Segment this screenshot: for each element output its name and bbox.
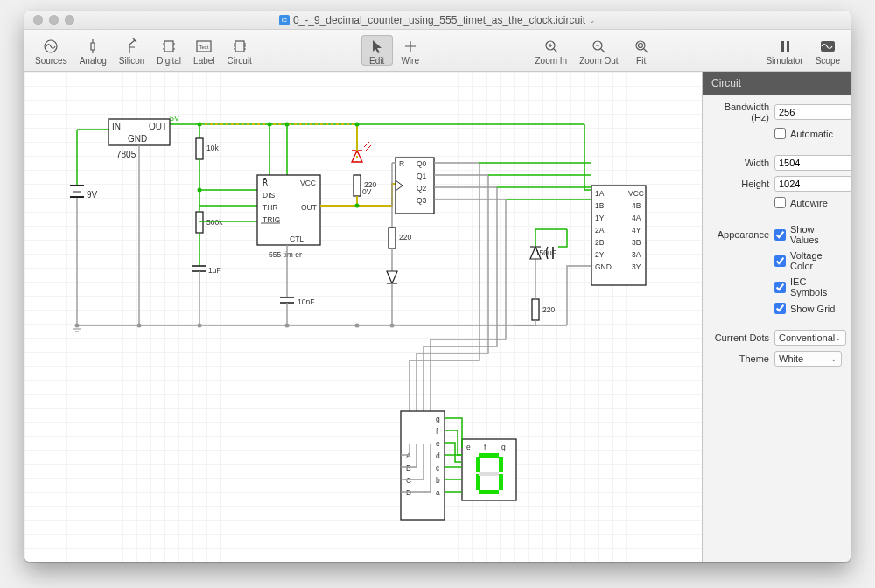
label-button[interactable]: Text Label [188, 35, 220, 66]
svg-text:GND: GND [128, 134, 147, 144]
capacitor-10nF[interactable]: 10nF [280, 298, 314, 306]
svg-text:CTL: CTL [290, 234, 304, 243]
svg-text:9V: 9V [87, 190, 98, 200]
scope-button[interactable]: Scope [810, 35, 845, 66]
svg-text:C: C [406, 476, 411, 485]
height-input[interactable] [774, 176, 850, 192]
svg-text:TRIG: TRIG [262, 215, 280, 224]
ic-bcd-decoder[interactable]: g f e d A c B b C a D [401, 411, 444, 520]
titlebar: ic 0_-_9_decimal_counter_using_555_timet… [24, 10, 850, 30]
svg-text:220: 220 [542, 305, 555, 314]
svg-text:A: A [406, 452, 411, 460]
sources-button[interactable]: Sources [30, 35, 73, 66]
chevron-down-icon[interactable]: ⌄ [589, 16, 596, 24]
svg-text:7805: 7805 [116, 150, 136, 159]
svg-text:220: 220 [364, 180, 376, 189]
svg-text:IN: IN [112, 122, 121, 131]
wire-button[interactable]: Wire [395, 35, 426, 66]
resistor-220c[interactable]: 220 [532, 299, 555, 320]
svg-text:VCC: VCC [300, 178, 316, 187]
svg-rect-9 [787, 41, 789, 52]
svg-text:2A: 2A [595, 226, 605, 234]
svg-text:1B: 1B [595, 201, 605, 210]
inspector-sidebar: Circuit Bandwidth (Hz) Automatic Width ▴… [702, 72, 850, 562]
svg-text:10nF: 10nF [298, 298, 314, 306]
capacitor-1uF[interactable]: 1uF [192, 266, 221, 275]
circuit-icon [230, 37, 249, 56]
svg-text:DIS: DIS [262, 191, 276, 200]
svg-text:1Y: 1Y [595, 214, 605, 222]
show-values-checkbox[interactable] [774, 229, 786, 241]
svg-text:4A: 4A [632, 214, 641, 222]
svg-rect-10 [821, 41, 835, 52]
theme-select[interactable]: White [774, 351, 842, 367]
ground-symbol [74, 329, 80, 332]
circuit-button[interactable]: Circuit [222, 35, 257, 66]
edit-button[interactable]: Edit [361, 35, 393, 66]
svg-point-7 [636, 41, 645, 50]
resistor-10k[interactable]: 10k [196, 138, 219, 159]
simulator-button[interactable]: Simulator [760, 35, 808, 66]
svg-text:e: e [436, 439, 440, 448]
width-input[interactable] [774, 155, 850, 171]
circuit-canvas[interactable]: 9V IN OUT GND 7805 [24, 72, 702, 562]
svg-text:220: 220 [399, 233, 411, 242]
svg-rect-35 [196, 212, 203, 233]
bandwidth-label: Bandwidth (Hz) [711, 102, 769, 122]
analog-button[interactable]: Analog [74, 35, 112, 66]
svg-rect-113 [480, 472, 499, 476]
zoom-out-button[interactable]: Zoom Out [574, 35, 623, 66]
seven-segment-display[interactable]: e f g [462, 439, 516, 500]
ic-logic-mux[interactable]: 1A VCC 1B 4B 1Y 4A 2A 4Y 2B 3B 2Y 3A GND… [592, 186, 646, 285]
svg-rect-110 [480, 490, 499, 494]
autowire-checkbox[interactable] [774, 197, 786, 208]
svg-text:VCC: VCC [628, 189, 644, 198]
svg-text:a: a [436, 488, 440, 497]
svg-text:THR: THR [262, 203, 277, 212]
svg-text:Text: Text [200, 45, 209, 50]
show-grid-checkbox[interactable] [774, 303, 786, 314]
automatic-label: Automatic [790, 129, 833, 139]
ic-counter[interactable]: R Q0 Q1 Q2 Q3 [396, 158, 434, 214]
resistor-500k[interactable]: 500k [196, 212, 223, 233]
svg-rect-107 [480, 453, 499, 458]
svg-text:2Y: 2Y [595, 250, 605, 259]
svg-text:4Y: 4Y [632, 226, 641, 234]
svg-text:500k: 500k [206, 218, 223, 227]
svg-text:g: g [436, 415, 440, 424]
svg-text:10k: 10k [206, 144, 219, 152]
battery-9v[interactable] [70, 186, 84, 197]
svg-text:OUT: OUT [149, 122, 167, 131]
svg-text:d: d [436, 452, 440, 460]
svg-text:GND: GND [595, 262, 612, 271]
led[interactable] [352, 142, 371, 162]
svg-point-59 [355, 204, 360, 208]
fit-button[interactable]: Fit [626, 35, 657, 66]
diode-1[interactable] [387, 271, 397, 284]
voltage-color-checkbox[interactable] [774, 256, 786, 267]
bandwidth-input[interactable] [774, 104, 850, 120]
zoom-in-button[interactable]: Zoom In [529, 35, 572, 66]
svg-rect-4 [235, 41, 244, 52]
svg-text:R̄: R̄ [262, 178, 268, 187]
automatic-checkbox[interactable] [774, 128, 786, 139]
ic-555-timer[interactable]: R̄ VCC DIS THR TRIG OUT CTL 555 tim er [257, 175, 320, 259]
svg-point-25 [75, 324, 80, 328]
sources-icon [41, 37, 60, 56]
silicon-button[interactable]: Silicon [114, 35, 150, 66]
appearance-label: Appearance [711, 229, 769, 240]
label-icon: Text [194, 37, 214, 56]
svg-text:3B: 3B [632, 238, 641, 247]
svg-text:b: b [436, 476, 440, 485]
current-dots-select[interactable]: Conventional [774, 330, 846, 346]
window-title: ic 0_-_9_decimal_counter_using_555_timet… [24, 14, 850, 26]
iec-symbols-checkbox[interactable] [774, 282, 786, 293]
theme-label: Theme [711, 354, 769, 364]
analog-icon [83, 37, 102, 56]
resistor-220b[interactable]: 220 [388, 228, 411, 248]
svg-rect-66 [388, 228, 396, 248]
sidebar-header: Circuit [703, 72, 850, 94]
svg-rect-109 [499, 474, 503, 490]
digital-button[interactable]: Digital [151, 35, 186, 66]
svg-text:R: R [399, 159, 404, 168]
